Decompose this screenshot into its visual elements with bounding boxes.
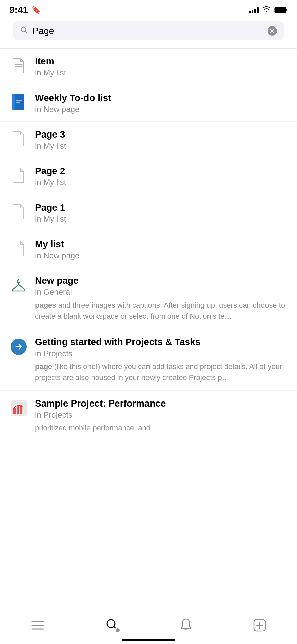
svg-rect-10 xyxy=(12,94,15,110)
tab-new[interactable] xyxy=(246,617,273,633)
list-item[interactable]: Weekly To-do list in New page xyxy=(0,85,297,122)
result-content: New page in General pages and three imag… xyxy=(35,275,287,322)
list-item[interactable]: Getting started with Projects & Tasks in… xyxy=(0,329,297,391)
svg-rect-14 xyxy=(13,408,16,414)
blue-arrow-icon xyxy=(10,338,27,356)
list-item[interactable]: Sample Project: Performance in Projects … xyxy=(0,391,297,441)
result-content: item in My list xyxy=(35,56,287,77)
search-input[interactable]: Page xyxy=(32,25,263,36)
result-content: Page 1 in My list xyxy=(35,202,287,224)
hanger-icon xyxy=(10,277,27,294)
search-icon xyxy=(20,26,28,36)
result-title: Page 3 xyxy=(35,129,287,140)
blue-book-icon xyxy=(10,93,27,111)
result-subtitle: in Projects xyxy=(35,410,287,420)
result-subtitle: in New page xyxy=(35,105,287,114)
result-content: Page 2 in My list xyxy=(35,166,287,187)
list-item[interactable]: Page 1 in My list xyxy=(0,195,297,231)
result-title: Sample Project: Performance xyxy=(35,398,287,409)
document-icon xyxy=(10,57,27,74)
list-item[interactable]: My list in New page xyxy=(0,231,297,268)
result-title: Page 2 xyxy=(35,166,287,176)
result-title: Weekly To-do list xyxy=(35,93,287,103)
bell-icon xyxy=(180,618,192,632)
list-item[interactable]: Page 3 in My list xyxy=(0,122,297,158)
search-bar[interactable]: Page xyxy=(13,21,284,40)
document-icon xyxy=(10,239,27,257)
result-subtitle: in Projects xyxy=(35,349,287,358)
result-content: Page 3 in My list xyxy=(35,129,287,151)
document-icon xyxy=(10,166,27,184)
result-preview: pages and three images with captions. Af… xyxy=(35,300,287,322)
result-content: My list in New page xyxy=(35,239,287,260)
status-bar: 9:41 🔖 xyxy=(0,0,297,19)
result-content: Sample Project: Performance in Projects … xyxy=(35,398,287,433)
result-title: Getting started with Projects & Tasks xyxy=(35,337,287,347)
result-subtitle: in My list xyxy=(35,68,287,77)
tab-bar xyxy=(0,610,297,644)
signal-icon xyxy=(249,7,259,13)
search-clear-button[interactable] xyxy=(268,26,277,36)
search-results: item in My list Weekly To-do list in New… xyxy=(0,49,297,441)
result-content: Getting started with Projects & Tasks in… xyxy=(35,337,287,383)
list-item[interactable]: New page in General pages and three imag… xyxy=(0,268,297,329)
search-active-dot xyxy=(115,627,121,633)
result-title: My list xyxy=(35,239,287,250)
list-icon xyxy=(31,619,45,632)
result-preview: page (like this one!) where you can add … xyxy=(35,361,287,383)
tab-notifications[interactable] xyxy=(173,617,199,634)
wifi-icon xyxy=(262,6,271,14)
document-icon xyxy=(10,130,27,147)
list-item[interactable]: item in My list xyxy=(0,49,297,85)
status-icons xyxy=(249,6,288,14)
svg-rect-1 xyxy=(286,9,287,11)
plus-square-icon xyxy=(253,619,266,632)
list-item[interactable]: Page 2 in My list xyxy=(0,158,297,195)
svg-rect-15 xyxy=(17,406,19,414)
result-subtitle: in My list xyxy=(35,141,287,151)
result-content: Weekly To-do list in New page xyxy=(35,93,287,114)
result-title: Page 1 xyxy=(35,202,287,213)
result-title: item xyxy=(35,56,287,67)
svg-rect-0 xyxy=(275,7,286,13)
svg-line-3 xyxy=(25,31,27,33)
tab-inbox[interactable] xyxy=(24,618,51,633)
result-preview: prioritized mobile performance, and xyxy=(35,422,287,433)
result-title: New page xyxy=(35,275,287,286)
battery-icon xyxy=(274,7,288,13)
status-time: 9:41 xyxy=(9,5,28,15)
bookmark-icon: 🔖 xyxy=(32,6,41,14)
result-subtitle: in New page xyxy=(35,251,287,260)
home-indicator xyxy=(122,639,175,641)
result-subtitle: in My list xyxy=(35,214,287,224)
result-subtitle: in General xyxy=(35,287,287,297)
result-subtitle: in My list xyxy=(35,178,287,187)
chart-icon xyxy=(10,399,27,417)
tab-search[interactable] xyxy=(99,616,125,634)
document-icon xyxy=(10,203,27,220)
